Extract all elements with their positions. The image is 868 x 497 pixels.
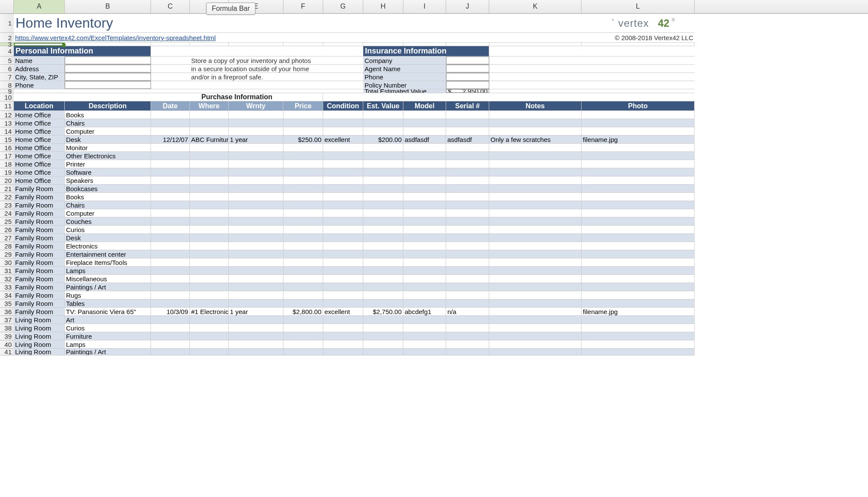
cell-where[interactable] [190, 340, 229, 348]
cell-date[interactable] [151, 258, 190, 266]
cell-location[interactable]: Family Room [14, 258, 65, 266]
cell-wrnty[interactable] [229, 226, 283, 233]
cell-condition[interactable]: excellent [323, 135, 363, 143]
cell-where[interactable] [190, 201, 229, 209]
cell-location[interactable]: Family Room [14, 283, 65, 291]
row-header-31[interactable]: 31 [0, 267, 14, 275]
cell-price[interactable] [283, 250, 323, 258]
cell-serial[interactable] [446, 168, 489, 176]
cell-model[interactable] [403, 340, 446, 348]
cell-date[interactable] [151, 119, 190, 127]
cell-notes[interactable] [489, 193, 582, 201]
cell-serial[interactable] [446, 324, 489, 332]
cell-wrnty[interactable] [229, 209, 283, 217]
cell-wrnty[interactable] [229, 250, 283, 258]
cell-wrnty[interactable] [229, 324, 283, 332]
table-header-photo[interactable]: Photo [582, 101, 695, 110]
cell-condition[interactable] [323, 267, 363, 274]
cell-date[interactable] [151, 349, 190, 355]
cell-description[interactable]: Electronics [65, 242, 151, 250]
cell-date[interactable] [151, 299, 190, 307]
cell-date[interactable] [151, 168, 190, 176]
cell-description[interactable]: Couches [65, 217, 151, 225]
insurance-input-3[interactable] [446, 81, 489, 89]
cell-location[interactable]: Family Room [14, 267, 65, 274]
template-link[interactable]: https://www.vertex42.com/ExcelTemplates/… [14, 33, 283, 42]
cell-notes[interactable] [489, 275, 582, 283]
cell-photo[interactable] [582, 193, 695, 201]
cell-date[interactable] [151, 250, 190, 258]
cell-location[interactable]: Living Room [14, 324, 65, 332]
cell-estvalue[interactable] [363, 193, 403, 201]
cell-estvalue[interactable] [363, 201, 403, 209]
cell-estvalue[interactable] [363, 299, 403, 307]
row-header-19[interactable]: 19 [0, 168, 14, 176]
insurance-input-1[interactable] [446, 65, 489, 72]
row-header-35[interactable]: 35 [0, 299, 14, 308]
cell-price[interactable] [283, 127, 323, 135]
cell-location[interactable]: Family Room [14, 308, 65, 315]
cell-notes[interactable] [489, 283, 582, 291]
cell-photo[interactable] [582, 349, 695, 355]
cell-location[interactable]: Home Office [14, 168, 65, 176]
cell-photo[interactable] [582, 242, 695, 250]
cell-wrnty[interactable] [229, 275, 283, 283]
cell-description[interactable]: Lamps [65, 267, 151, 274]
cell-price[interactable] [283, 324, 323, 332]
cell-condition[interactable] [323, 258, 363, 266]
cell-condition[interactable] [323, 185, 363, 192]
cell-estvalue[interactable] [363, 234, 403, 242]
cell-where[interactable]: #1 Electronics [190, 308, 229, 315]
row-header-41[interactable]: 41 [0, 349, 14, 355]
cell-notes[interactable] [489, 144, 582, 151]
cell-condition[interactable] [323, 201, 363, 209]
row-header-32[interactable]: 32 [0, 275, 14, 283]
cell-wrnty[interactable] [229, 127, 283, 135]
cell-photo[interactable] [582, 201, 695, 209]
cell-location[interactable]: Living Room [14, 340, 65, 348]
cell-wrnty[interactable] [229, 267, 283, 274]
cell-photo[interactable] [582, 226, 695, 233]
cell-estvalue[interactable] [363, 152, 403, 160]
cell-wrnty[interactable] [229, 316, 283, 324]
cell-photo[interactable] [582, 185, 695, 192]
cell-notes[interactable] [489, 160, 582, 168]
cell-where[interactable] [190, 283, 229, 291]
table-header-price[interactable]: Price [283, 101, 323, 110]
cell-serial[interactable] [446, 299, 489, 307]
cell-location[interactable]: Family Room [14, 291, 65, 299]
cell-estvalue[interactable] [363, 119, 403, 127]
row-header-8[interactable]: 8 [0, 81, 14, 89]
cell-notes[interactable] [489, 209, 582, 217]
table-header-date[interactable]: Date [151, 101, 190, 110]
cell-serial[interactable] [446, 152, 489, 160]
cell-estvalue[interactable] [363, 185, 403, 192]
cell-where[interactable] [190, 119, 229, 127]
cell-description[interactable]: TV: Panasonic Viera 65" [65, 308, 151, 315]
cell-price[interactable]: $2,800.00 [283, 308, 323, 315]
row-header-24[interactable]: 24 [0, 209, 14, 217]
cell-where[interactable] [190, 275, 229, 283]
cell-location[interactable]: Family Room [14, 217, 65, 225]
cell-notes[interactable] [489, 168, 582, 176]
cell-date[interactable]: 12/12/07 [151, 135, 190, 143]
cell-where[interactable] [190, 349, 229, 355]
cell-price[interactable] [283, 185, 323, 192]
cell-price[interactable] [283, 267, 323, 274]
cell-price[interactable] [283, 119, 323, 127]
cell-notes[interactable] [489, 226, 582, 233]
personal-input-3[interactable] [65, 81, 151, 89]
cell-description[interactable]: Tables [65, 299, 151, 307]
row-header-6[interactable]: 6 [0, 65, 14, 73]
cell-wrnty[interactable] [229, 144, 283, 151]
cell-where[interactable] [190, 152, 229, 160]
cell-price[interactable] [283, 291, 323, 299]
cell-serial[interactable]: n/a [446, 308, 489, 315]
cell-estvalue[interactable] [363, 176, 403, 184]
row-header-12[interactable]: 12 [0, 111, 14, 119]
cell-wrnty[interactable] [229, 111, 283, 119]
cell-photo[interactable] [582, 152, 695, 160]
cell-photo[interactable] [582, 144, 695, 151]
cell-price[interactable] [283, 299, 323, 307]
cell-wrnty[interactable] [229, 299, 283, 307]
